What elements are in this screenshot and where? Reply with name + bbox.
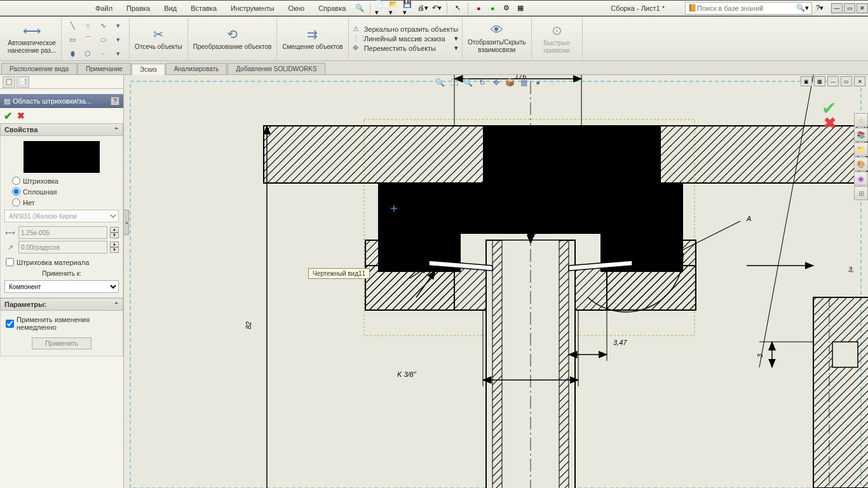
confirm-corner-cancel-icon[interactable]: ✖ bbox=[824, 114, 836, 132]
ribbon-auto-dimension[interactable]: ⟷ Автоматическое нанесение раз... bbox=[3, 18, 62, 59]
scale-spinner[interactable]: ▲▼ bbox=[110, 227, 119, 238]
viewport-icon[interactable]: ▣ bbox=[801, 76, 812, 86]
apply-to-combo[interactable]: Компонент bbox=[4, 280, 119, 293]
arc-tool-icon[interactable]: ⌒ bbox=[81, 33, 95, 46]
dropdown-icon[interactable]: ▾ bbox=[111, 19, 125, 32]
menu-tools[interactable]: Инструменты bbox=[224, 3, 281, 14]
search-magnify-icon[interactable]: 🔍▾ bbox=[796, 4, 809, 12]
search-icon[interactable]: 🔍 bbox=[353, 2, 366, 15]
circle-tool-icon[interactable]: ○ bbox=[81, 19, 95, 32]
ribbon-trim[interactable]: ✂ Отсечь объекты bbox=[130, 18, 188, 59]
feature-tree-tab-icon[interactable]: 📋 bbox=[3, 76, 15, 88]
section-properties-header[interactable]: Свойства ⌃ bbox=[0, 123, 123, 136]
menu-window[interactable]: Окно bbox=[282, 3, 311, 14]
ok-button[interactable]: ✔ bbox=[4, 110, 12, 122]
material-hatch-checkbox[interactable]: Штриховка материала bbox=[4, 255, 119, 269]
search-input[interactable] bbox=[697, 4, 796, 12]
svg-rect-15 bbox=[813, 297, 868, 488]
ribbon-mirror[interactable]: ⚠Зеркально отразить объекты bbox=[353, 25, 458, 33]
menu-insert[interactable]: Вставка bbox=[184, 3, 223, 14]
rotate-icon[interactable]: ↻ bbox=[476, 76, 489, 89]
print-icon[interactable]: 🖨▾ bbox=[416, 2, 429, 15]
zoom-area-icon[interactable]: ⛶ bbox=[448, 76, 461, 89]
min-icon[interactable]: — bbox=[827, 76, 839, 86]
ribbon-move[interactable]: ✥Переместить объекты▾ bbox=[353, 44, 458, 52]
tab-analyze[interactable]: Анализировать bbox=[166, 63, 227, 74]
save-icon[interactable]: 💾▾ bbox=[402, 2, 415, 15]
menu-help[interactable]: Справка bbox=[312, 3, 352, 14]
options-icon[interactable]: ⚙ bbox=[500, 2, 513, 15]
line-tool-icon[interactable]: ╲ bbox=[65, 19, 79, 32]
open-icon[interactable]: 📂▾ bbox=[388, 2, 401, 15]
dropdown-icon[interactable]: ▾ bbox=[111, 33, 125, 46]
select-icon[interactable]: ↖ bbox=[451, 2, 464, 15]
rect-tool-icon[interactable]: ▭ bbox=[65, 33, 79, 46]
properties-icon[interactable]: ⊞ bbox=[854, 186, 868, 200]
palette-icon[interactable]: 🎨 bbox=[854, 157, 868, 171]
3d-view-icon[interactable]: 📦 bbox=[504, 76, 517, 89]
menu-edit[interactable]: Правка bbox=[120, 3, 156, 14]
tab-annotation[interactable]: Примечание bbox=[78, 63, 131, 74]
home-icon[interactable]: ⌂ bbox=[854, 113, 868, 127]
tab-addins[interactable]: Добавления SOLIDWORKS bbox=[227, 63, 325, 74]
menu-view[interactable]: Вид bbox=[158, 3, 183, 14]
point-tool-icon[interactable]: · bbox=[96, 47, 110, 60]
polygon-tool-icon[interactable]: ⬡ bbox=[81, 47, 95, 60]
hatch-preview bbox=[24, 141, 100, 173]
angle-input[interactable] bbox=[18, 241, 107, 254]
tab-view-layout[interactable]: Расположение вида bbox=[1, 63, 77, 74]
scale-input[interactable] bbox=[18, 226, 107, 239]
help-button[interactable]: ? bbox=[111, 97, 119, 105]
help-icon[interactable]: ?▾ bbox=[813, 2, 826, 15]
apply-button[interactable]: Применить bbox=[32, 337, 92, 349]
library-icon[interactable]: 📁 bbox=[854, 142, 868, 156]
dropdown-icon[interactable]: ▾ bbox=[111, 47, 125, 60]
ribbon-convert[interactable]: ⟲ Преобразование объектов bbox=[188, 18, 277, 59]
close-icon[interactable]: ✕ bbox=[854, 76, 865, 86]
display-style-icon[interactable]: ● bbox=[532, 76, 545, 89]
rebuild-icon[interactable]: ● bbox=[472, 2, 485, 15]
radio-solid[interactable]: Сплошная bbox=[4, 186, 119, 197]
minimize-button[interactable]: — bbox=[831, 3, 843, 13]
new-doc-icon[interactable]: 📄▾ bbox=[374, 2, 387, 15]
section-icon[interactable]: ▦ bbox=[518, 76, 531, 89]
zoom-prev-icon[interactable]: 🔍 bbox=[462, 76, 475, 89]
property-tab-icon[interactable]: 📑 bbox=[17, 76, 29, 88]
max-icon[interactable]: ▭ bbox=[841, 76, 852, 86]
convert-icon: ⟲ bbox=[227, 27, 238, 42]
layout-icon[interactable]: ▦ bbox=[514, 2, 527, 15]
traffic-icon[interactable]: ● bbox=[486, 2, 499, 15]
spline-tool-icon[interactable]: ∿ bbox=[96, 19, 110, 32]
view-toolbar: 🔍 ⛶ 🔍 ↻ ✥ 📦 ▦ ● ○ bbox=[434, 76, 559, 89]
close-button[interactable]: ✕ bbox=[857, 3, 868, 13]
ribbon-display-relations[interactable]: 👁 Отобразить/Скрыть взаимосвязи bbox=[463, 18, 531, 59]
apply-immediately-checkbox[interactable]: Применить изменения немедленно bbox=[4, 313, 119, 334]
ellipse-tool-icon[interactable]: ⬭ bbox=[96, 33, 110, 46]
resources-icon[interactable]: 📚 bbox=[854, 128, 868, 142]
undo-icon[interactable]: ↶▾ bbox=[430, 2, 443, 15]
search-box[interactable]: 📙 🔍▾ bbox=[685, 2, 812, 15]
slot-tool-icon[interactable]: ⬮ bbox=[65, 47, 79, 60]
dropdown-icon[interactable]: ▾ bbox=[454, 44, 458, 52]
panel-collapse-handle[interactable]: ◂ bbox=[124, 210, 129, 235]
property-manager: 📋 📑 ▨Область штриховки/за... ? ✔ ✖ Свойс… bbox=[0, 75, 124, 488]
hatch-pattern-combo[interactable]: ANSI31 (Железо Кирпи bbox=[4, 210, 119, 222]
viewport-icon[interactable]: ▦ bbox=[814, 76, 825, 86]
pan-icon[interactable]: ✥ bbox=[490, 76, 503, 89]
appearance-icon[interactable]: ◉ bbox=[854, 172, 868, 186]
angle-spinner[interactable]: ▲▼ bbox=[110, 241, 119, 253]
radio-none[interactable]: Нет bbox=[4, 197, 119, 208]
tab-sketch[interactable]: Эскиз bbox=[132, 64, 165, 75]
section-parameters-header[interactable]: Параметры: ⌃ bbox=[0, 298, 123, 311]
trim-icon: ✂ bbox=[153, 27, 164, 42]
dropdown-icon[interactable]: ▾ bbox=[454, 34, 458, 43]
hide-show-icon[interactable]: ○ bbox=[546, 76, 559, 89]
ribbon-pattern[interactable]: ⋮⋮Линейный массив эскиза▾ bbox=[353, 34, 458, 43]
radio-hatch[interactable]: Штриховка bbox=[4, 175, 119, 186]
drawing-canvas[interactable]: 🔍 ⛶ 🔍 ↻ ✥ 📦 ▦ ● ○ ▣ ▦ — ▭ ✕ ✔ ✖ ⌂ 📚 📁 🎨 … bbox=[124, 75, 868, 488]
zoom-fit-icon[interactable]: 🔍 bbox=[434, 76, 447, 89]
cancel-button[interactable]: ✖ bbox=[17, 111, 25, 121]
ribbon-offset[interactable]: ⇉ Смещение объектов bbox=[277, 18, 348, 59]
maximize-button[interactable]: ▭ bbox=[844, 3, 855, 13]
menu-file[interactable]: Файл bbox=[89, 3, 119, 14]
